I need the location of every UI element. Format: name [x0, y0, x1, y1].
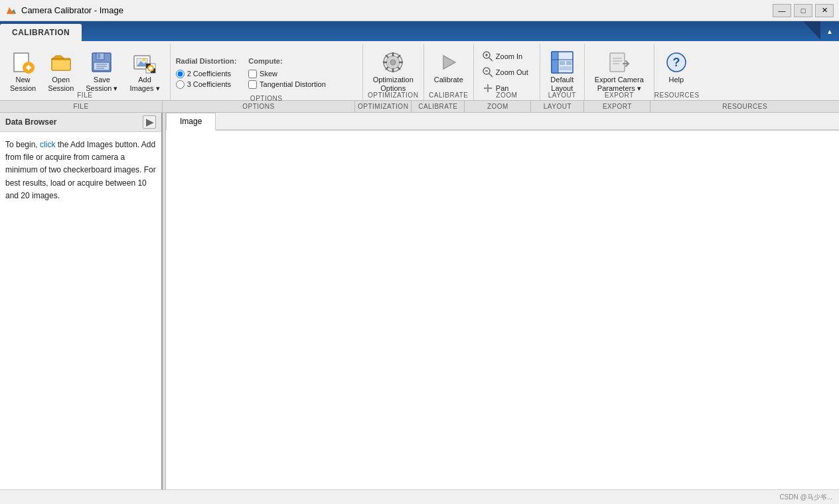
options-row-2: 3 Coefficients Tangential Distortion [176, 80, 357, 89]
file-section-label: FILE [0, 101, 163, 112]
tab-calibration[interactable]: CALIBRATION [0, 24, 82, 42]
calibrate-group-label: CALIBRATE [424, 92, 473, 99]
svg-rect-8 [52, 60, 70, 70]
radio-3coeff[interactable]: 3 Coefficients [176, 80, 231, 89]
default-layout-icon [550, 50, 574, 74]
layout-section-label: LAYOUT [531, 101, 584, 112]
data-browser-panel: Data Browser ▶ To begin, click the Add I… [0, 113, 163, 504]
options-row-1: 2 Coefficients Skew [176, 70, 357, 78]
minimize-button[interactable]: — [773, 4, 791, 17]
zoom-section-label: ZOOM [465, 101, 531, 112]
layout-group-label: LAYOUT [540, 92, 584, 99]
optimization-group: OptimizationOptions OPTIMIZATION [363, 44, 424, 100]
save-session-icon [90, 50, 114, 74]
data-browser-header: Data Browser ▶ [0, 113, 161, 132]
add-images-label: AddImages ▾ [129, 76, 159, 93]
add-images-icon [133, 50, 157, 74]
close-button[interactable]: ✕ [815, 4, 834, 17]
save-session-button[interactable]: SaveSession ▾ [81, 47, 122, 97]
zoom-group: Zoom In Zoom Out Pan ZOOM [474, 44, 540, 100]
zoom-out-label: Zoom Out [496, 68, 528, 76]
export-camera-params-button[interactable]: Export CameraParameters ▾ [590, 47, 648, 97]
svg-rect-52 [610, 53, 625, 72]
add-images-link[interactable]: click [40, 140, 55, 149]
export-camera-params-icon [607, 50, 631, 74]
title-bar-controls: — □ ✕ [773, 4, 834, 17]
main-area: Data Browser ▶ To begin, click the Add I… [0, 113, 839, 504]
zoom-out-button[interactable]: Zoom Out [479, 65, 532, 80]
radio-3coeff-input[interactable] [176, 80, 185, 89]
optimization-options-icon [381, 50, 405, 74]
new-session-label: NewSession [10, 76, 36, 93]
calibrate-section-label: CALIBRATE [412, 101, 465, 112]
checkbox-tangential[interactable]: Tangential Distortion [248, 80, 326, 89]
new-session-icon [11, 50, 35, 74]
maximize-button[interactable]: □ [794, 4, 812, 17]
help-icon: ? [664, 50, 688, 74]
open-session-label: OpenSession [48, 76, 74, 93]
svg-rect-12 [98, 54, 100, 58]
optimization-section-label: OPTIMIZATION [355, 101, 412, 112]
open-session-button[interactable]: OpenSession [43, 47, 78, 97]
export-section-label: EXPORT [584, 101, 650, 112]
help-button[interactable]: ? Help [660, 47, 693, 97]
svg-rect-6 [27, 65, 29, 70]
svg-rect-47 [552, 52, 558, 73]
optimization-options-button[interactable]: OptimizationOptions [368, 47, 418, 97]
save-session-label: SaveSession ▾ [86, 76, 117, 93]
svg-rect-25 [150, 66, 152, 70]
zoom-in-icon [483, 51, 493, 62]
skew-label: Skew [260, 70, 277, 78]
content-tabs: Image [166, 113, 839, 131]
ribbon-collapse-button[interactable]: ▲ [820, 21, 839, 41]
radio-3coeff-label: 3 Coefficients [187, 80, 231, 88]
window-title: Camera Calibrator - Image [21, 5, 123, 15]
calibrate-group: Calibrate CALIBRATE [424, 44, 474, 100]
checkbox-skew[interactable]: Skew [248, 70, 277, 78]
status-text: CSDN @马少爷... [779, 493, 832, 502]
default-layout-label: DefaultLayout [550, 76, 573, 93]
export-group: Export CameraParameters ▾ EXPORT [585, 44, 654, 100]
image-content-area [166, 131, 839, 504]
svg-point-45 [487, 87, 489, 90]
tab-image[interactable]: Image [166, 113, 216, 131]
add-images-button[interactable]: AddImages ▾ [125, 47, 164, 97]
export-camera-params-label: Export CameraParameters ▾ [595, 76, 644, 93]
svg-line-43 [489, 74, 493, 77]
content-panel: Image [166, 113, 839, 504]
compute-label: Compute: [248, 57, 282, 65]
options-group: Radial Distortion: Compute: 2 Coefficien… [171, 44, 363, 103]
resources-group: ? Help RESOURCES [654, 44, 698, 100]
calibrate-icon [437, 50, 461, 74]
layout-group: DefaultLayout LAYOUT [540, 44, 585, 100]
radio-2coeff-label: 2 Coefficients [187, 70, 231, 78]
title-bar-left: Camera Calibrator - Image [5, 5, 123, 17]
skew-checkbox-input[interactable] [248, 70, 257, 78]
new-session-button[interactable]: NewSession [5, 47, 40, 97]
file-group-label: FILE [0, 92, 170, 99]
default-layout-button[interactable]: DefaultLayout [546, 47, 579, 97]
zoom-out-icon [483, 67, 493, 78]
radio-2coeff-input[interactable] [176, 70, 185, 78]
radio-2coeff[interactable]: 2 Coefficients [176, 70, 231, 78]
optimization-options-label: OptimizationOptions [373, 76, 414, 93]
svg-point-36 [390, 60, 396, 65]
svg-point-19 [143, 58, 145, 61]
zoom-group-label: ZOOM [474, 92, 540, 99]
tangential-label: Tangential Distortion [260, 80, 326, 88]
help-label: Help [668, 76, 684, 84]
resources-group-label: RESOURCES [654, 92, 698, 99]
calibrate-label: Calibrate [434, 76, 463, 84]
optimization-group-label: OPTIMIZATION [363, 92, 423, 99]
tangential-checkbox-input[interactable] [248, 80, 257, 89]
data-browser-collapse-button[interactable]: ▶ [143, 115, 156, 129]
resources-section-label: RESOURCES [650, 101, 839, 112]
zoom-in-button[interactable]: Zoom In [479, 49, 526, 64]
calibrate-button[interactable]: Calibrate [429, 47, 468, 97]
open-session-icon [49, 50, 73, 74]
svg-marker-37 [443, 56, 455, 69]
svg-text:?: ? [672, 56, 680, 69]
data-browser-title: Data Browser [5, 117, 56, 127]
section-labels: FILE OPTIONS OPTIMIZATION CALIBRATE ZOOM… [0, 101, 839, 113]
matlab-icon [5, 5, 17, 17]
